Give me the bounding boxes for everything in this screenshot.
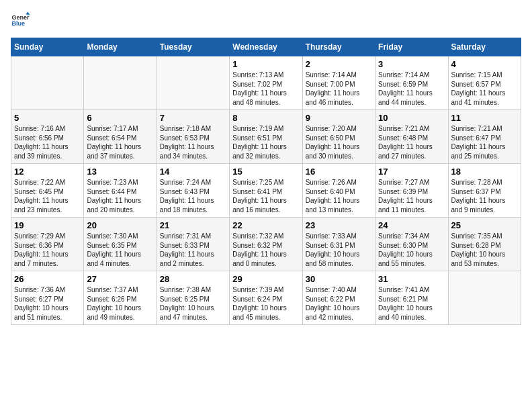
calendar-cell: 8Sunrise: 7:19 AM Sunset: 6:51 PM Daylig… [230, 110, 302, 164]
day-info: Sunrise: 7:38 AM Sunset: 6:25 PM Dayligh… [160, 285, 226, 322]
calendar-cell: 19Sunrise: 7:29 AM Sunset: 6:36 PM Dayli… [11, 218, 84, 271]
calendar-cell: 22Sunrise: 7:32 AM Sunset: 6:32 PM Dayli… [230, 218, 302, 271]
calendar-week-1: 1Sunrise: 7:13 AM Sunset: 7:02 PM Daylig… [11, 56, 521, 110]
day-info: Sunrise: 7:23 AM Sunset: 6:44 PM Dayligh… [87, 178, 153, 214]
calendar-table: SundayMondayTuesdayWednesdayThursdayFrid… [11, 38, 521, 325]
day-number: 4 [451, 59, 518, 69]
day-info: Sunrise: 7:30 AM Sunset: 6:35 PM Dayligh… [87, 232, 153, 268]
calendar-cell: 11Sunrise: 7:21 AM Sunset: 6:47 PM Dayli… [448, 110, 521, 164]
day-info: Sunrise: 7:27 AM Sunset: 6:39 PM Dayligh… [378, 178, 445, 214]
calendar-cell: 29Sunrise: 7:39 AM Sunset: 6:24 PM Dayli… [230, 271, 302, 325]
calendar-cell: 28Sunrise: 7:38 AM Sunset: 6:25 PM Dayli… [157, 271, 229, 325]
day-number: 6 [87, 113, 153, 123]
day-number: 25 [451, 220, 518, 230]
day-number: 18 [451, 167, 518, 177]
calendar-week-5: 26Sunrise: 7:36 AM Sunset: 6:27 PM Dayli… [11, 271, 521, 325]
day-number: 15 [232, 167, 299, 177]
day-info: Sunrise: 7:36 AM Sunset: 6:27 PM Dayligh… [14, 285, 81, 322]
calendar-cell: 18Sunrise: 7:28 AM Sunset: 6:37 PM Dayli… [448, 164, 521, 218]
weekday-saturday: Saturday [448, 38, 521, 56]
calendar-week-3: 12Sunrise: 7:22 AM Sunset: 6:45 PM Dayli… [11, 164, 521, 218]
day-info: Sunrise: 7:19 AM Sunset: 6:51 PM Dayligh… [232, 124, 299, 161]
calendar-cell: 15Sunrise: 7:25 AM Sunset: 6:41 PM Dayli… [230, 164, 302, 218]
calendar-week-2: 5Sunrise: 7:16 AM Sunset: 6:56 PM Daylig… [11, 110, 521, 164]
day-info: Sunrise: 7:16 AM Sunset: 6:56 PM Dayligh… [14, 124, 81, 161]
calendar-cell: 13Sunrise: 7:23 AM Sunset: 6:44 PM Dayli… [84, 164, 157, 218]
day-number: 28 [160, 274, 226, 284]
calendar-cell: 3Sunrise: 7:14 AM Sunset: 6:59 PM Daylig… [375, 56, 448, 110]
day-info: Sunrise: 7:41 AM Sunset: 6:21 PM Dayligh… [378, 285, 445, 322]
day-number: 16 [306, 167, 372, 177]
calendar-cell: 24Sunrise: 7:34 AM Sunset: 6:30 PM Dayli… [375, 218, 448, 271]
day-number: 26 [14, 274, 81, 284]
day-info: Sunrise: 7:37 AM Sunset: 6:26 PM Dayligh… [87, 285, 153, 322]
day-info: Sunrise: 7:35 AM Sunset: 6:28 PM Dayligh… [451, 232, 518, 268]
day-info: Sunrise: 7:22 AM Sunset: 6:45 PM Dayligh… [14, 178, 81, 214]
day-number: 5 [14, 113, 81, 123]
calendar-cell: 21Sunrise: 7:31 AM Sunset: 6:33 PM Dayli… [157, 218, 229, 271]
day-number: 11 [451, 113, 518, 123]
day-number: 10 [378, 113, 445, 123]
day-number: 19 [14, 220, 81, 230]
logo-icon: General Blue [11, 11, 30, 30]
svg-text:General: General [11, 14, 30, 21]
weekday-friday: Friday [375, 38, 448, 56]
calendar-cell: 31Sunrise: 7:41 AM Sunset: 6:21 PM Dayli… [375, 271, 448, 325]
day-number: 22 [232, 220, 299, 230]
day-info: Sunrise: 7:24 AM Sunset: 6:43 PM Dayligh… [160, 178, 226, 214]
day-number: 30 [306, 274, 372, 284]
day-info: Sunrise: 7:34 AM Sunset: 6:30 PM Dayligh… [378, 232, 445, 268]
day-info: Sunrise: 7:31 AM Sunset: 6:33 PM Dayligh… [160, 232, 226, 268]
calendar-cell: 6Sunrise: 7:17 AM Sunset: 6:54 PM Daylig… [84, 110, 157, 164]
day-info: Sunrise: 7:20 AM Sunset: 6:50 PM Dayligh… [306, 124, 372, 161]
day-number: 13 [87, 167, 153, 177]
weekday-header-row: SundayMondayTuesdayWednesdayThursdayFrid… [11, 38, 521, 56]
day-number: 14 [160, 167, 226, 177]
calendar-cell [448, 271, 521, 325]
weekday-monday: Monday [84, 38, 157, 56]
calendar-cell: 20Sunrise: 7:30 AM Sunset: 6:35 PM Dayli… [84, 218, 157, 271]
day-info: Sunrise: 7:15 AM Sunset: 6:57 PM Dayligh… [451, 71, 518, 107]
calendar-cell: 25Sunrise: 7:35 AM Sunset: 6:28 PM Dayli… [448, 218, 521, 271]
weekday-tuesday: Tuesday [157, 38, 229, 56]
day-number: 12 [14, 167, 81, 177]
day-number: 29 [232, 274, 299, 284]
calendar-cell: 7Sunrise: 7:18 AM Sunset: 6:53 PM Daylig… [157, 110, 229, 164]
calendar-cell: 5Sunrise: 7:16 AM Sunset: 6:56 PM Daylig… [11, 110, 84, 164]
logo: General Blue [11, 11, 32, 30]
weekday-wednesday: Wednesday [230, 38, 302, 56]
day-number: 3 [378, 59, 445, 69]
calendar-cell: 26Sunrise: 7:36 AM Sunset: 6:27 PM Dayli… [11, 271, 84, 325]
day-number: 1 [232, 59, 299, 69]
day-info: Sunrise: 7:26 AM Sunset: 6:40 PM Dayligh… [306, 178, 372, 214]
day-number: 21 [160, 220, 226, 230]
calendar-cell: 1Sunrise: 7:13 AM Sunset: 7:02 PM Daylig… [230, 56, 302, 110]
day-number: 31 [378, 274, 445, 284]
svg-text:Blue: Blue [11, 20, 25, 27]
calendar-cell: 27Sunrise: 7:37 AM Sunset: 6:26 PM Dayli… [84, 271, 157, 325]
day-number: 7 [160, 113, 226, 123]
day-number: 9 [306, 113, 372, 123]
day-info: Sunrise: 7:33 AM Sunset: 6:31 PM Dayligh… [306, 232, 372, 268]
calendar-cell: 23Sunrise: 7:33 AM Sunset: 6:31 PM Dayli… [302, 218, 375, 271]
day-number: 23 [306, 220, 372, 230]
calendar-cell [84, 56, 157, 110]
page-header: General Blue [11, 11, 521, 30]
calendar-week-4: 19Sunrise: 7:29 AM Sunset: 6:36 PM Dayli… [11, 218, 521, 271]
calendar-cell: 17Sunrise: 7:27 AM Sunset: 6:39 PM Dayli… [375, 164, 448, 218]
calendar-cell: 9Sunrise: 7:20 AM Sunset: 6:50 PM Daylig… [302, 110, 375, 164]
day-info: Sunrise: 7:21 AM Sunset: 6:48 PM Dayligh… [378, 124, 445, 161]
calendar-cell: 4Sunrise: 7:15 AM Sunset: 6:57 PM Daylig… [448, 56, 521, 110]
day-info: Sunrise: 7:40 AM Sunset: 6:22 PM Dayligh… [306, 285, 372, 322]
day-info: Sunrise: 7:39 AM Sunset: 6:24 PM Dayligh… [232, 285, 299, 322]
day-info: Sunrise: 7:18 AM Sunset: 6:53 PM Dayligh… [160, 124, 226, 161]
day-number: 20 [87, 220, 153, 230]
day-info: Sunrise: 7:29 AM Sunset: 6:36 PM Dayligh… [14, 232, 81, 268]
day-number: 8 [232, 113, 299, 123]
calendar-cell: 12Sunrise: 7:22 AM Sunset: 6:45 PM Dayli… [11, 164, 84, 218]
day-info: Sunrise: 7:25 AM Sunset: 6:41 PM Dayligh… [232, 178, 299, 214]
calendar-cell: 10Sunrise: 7:21 AM Sunset: 6:48 PM Dayli… [375, 110, 448, 164]
day-info: Sunrise: 7:21 AM Sunset: 6:47 PM Dayligh… [451, 124, 518, 161]
calendar-cell: 2Sunrise: 7:14 AM Sunset: 7:00 PM Daylig… [302, 56, 375, 110]
calendar-cell [11, 56, 84, 110]
